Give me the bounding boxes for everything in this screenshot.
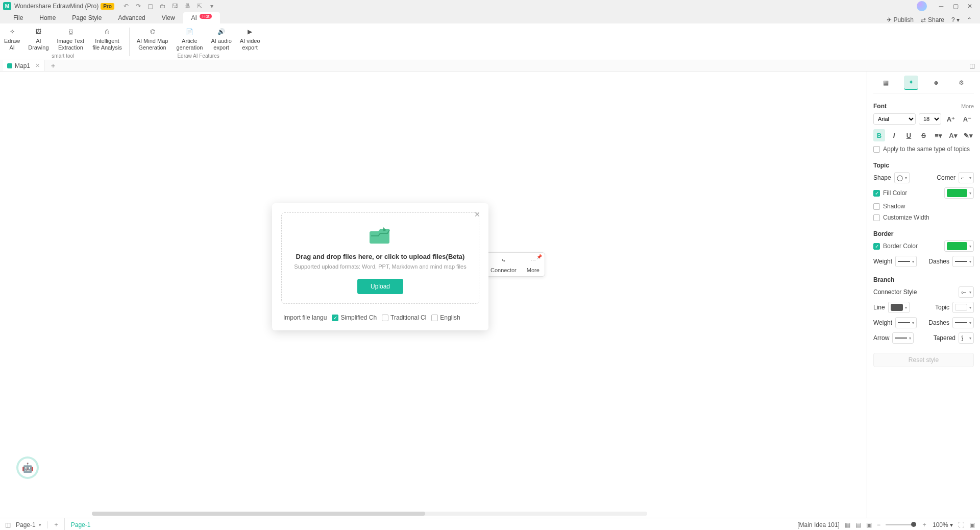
app-title: Wondershare EdrawMind (Pro) [14,3,99,10]
branch-arrow-select[interactable]: ▾ [892,332,914,344]
panel-tab-icon[interactable]: ☻ [929,76,943,90]
canvas[interactable]: ⤷ Connector 📌 ⋯ More ✕ Drag and drop fil… [0,71,867,518]
tool-ai-drawing[interactable]: 🖼AI Drawing [24,26,53,52]
tab-icon [7,63,12,68]
tool-intelligent-file-analysis[interactable]: ⎙Intelligent file Analysis [88,26,126,52]
horizontal-scrollbar[interactable] [92,512,647,516]
connector-style-select[interactable]: ⟜▾ [959,286,974,298]
publish-button[interactable]: ✈Publish [887,16,914,23]
border-dashes-select[interactable]: ▾ [952,256,974,267]
toggle-right-panel-button[interactable]: ◫ [964,62,980,69]
menu-advanced[interactable]: Advanced [110,12,153,23]
fit-page-button[interactable]: ▣ [969,521,975,528]
add-page-button[interactable]: ＋ [53,520,59,529]
menu-view[interactable]: View [154,12,183,23]
tool-ai-video-export[interactable]: ▶AI video export [236,26,264,52]
modal-close-button[interactable]: ✕ [474,210,480,219]
undo-icon[interactable]: ↶ [122,3,130,10]
fill-color-picker[interactable]: ▾ [944,187,974,199]
save-icon[interactable]: 🖫 [172,3,179,10]
font-more[interactable]: More [961,103,974,109]
help-button[interactable]: ? ▾ [951,16,960,23]
border-weight-select[interactable]: ▾ [895,256,917,267]
menu-page-style[interactable]: Page Style [64,12,110,23]
floating-toolbar: ⤷ Connector 📌 ⋯ More [485,252,545,277]
menu-file[interactable]: File [5,12,31,23]
zoom-value[interactable]: 100% ▾ [933,521,953,528]
shadow-checkbox[interactable]: Shadow [873,203,974,210]
page-tab[interactable]: Page-1 [64,518,97,530]
branch-dashes-select[interactable]: ▾ [952,317,974,328]
branch-topic-color[interactable]: ▾ [952,302,974,313]
branch-line-color[interactable]: ▾ [888,302,910,313]
strikethrough-button[interactable]: S [918,129,929,141]
new-icon[interactable]: ▢ [147,3,154,10]
border-color-checkbox[interactable]: ✓ [873,243,880,250]
tool-ai-mindmap-generation[interactable]: ⌬AI Mind Map Generation [133,26,173,52]
view-mode-3-icon[interactable]: ▣ [866,521,872,528]
fill-color-checkbox[interactable]: ✓ [873,190,880,197]
zoom-out-button[interactable]: − [877,521,880,528]
tool-edraw-ai[interactable]: ✧Edraw AI [0,26,24,52]
shape-select[interactable]: ◯▾ [894,172,910,183]
panel-tab-style[interactable]: ▦ [879,76,893,90]
minimize-button[interactable]: ─ [934,3,948,10]
menubar: File Home Page Style Advanced View AI Ho… [0,12,980,23]
reset-style-button[interactable]: Reset style [873,353,974,367]
fullscreen-button[interactable]: ⛶ [958,521,964,528]
panel-tab-format[interactable]: ✦ [904,76,918,90]
upload-button[interactable]: Upload [357,279,403,294]
float-more[interactable]: 📌 ⋯ More [522,253,545,276]
qat-dropdown-icon[interactable]: ▾ [208,3,215,10]
tool-ai-audio-export[interactable]: 🔊AI audio export [207,26,235,52]
redo-icon[interactable]: ↷ [135,3,142,10]
customize-width-checkbox[interactable]: Customize Width [873,214,974,221]
lang-traditional-chinese[interactable]: Traditional Cl [382,314,426,321]
italic-button[interactable]: I [888,129,900,141]
float-connector[interactable]: ⤷ Connector [485,253,522,276]
outline-toggle-icon[interactable]: ◫ [5,521,11,528]
highlight-button[interactable]: ✎▾ [962,129,974,141]
lang-simplified-chinese[interactable]: ✓Simplified Ch [332,314,377,321]
view-mode-1-icon[interactable]: ▦ [845,521,850,528]
tool-article-generation[interactable]: 📄Article generation [172,26,207,52]
print-icon[interactable]: 🖶 [184,3,191,10]
border-color-picker[interactable]: ▾ [944,240,974,252]
tab-close-icon[interactable]: ✕ [35,62,40,69]
menu-home[interactable]: Home [31,12,64,23]
share-button[interactable]: ⇄Share [921,16,944,23]
add-tab-button[interactable]: ＋ [44,61,62,70]
tab-map1[interactable]: Map1 ✕ [3,60,44,71]
close-button[interactable]: ✕ [963,3,977,10]
menu-ai-label: AI [191,14,197,21]
page-dropdown[interactable]: Page-1▾ [16,521,48,528]
zoom-in-button[interactable]: ＋ [921,520,927,529]
font-size-select[interactable]: 18 [919,113,941,125]
ribbon-separator [129,28,130,56]
user-avatar[interactable] [917,1,927,11]
collapse-ribbon-button[interactable]: ⌃ [967,16,972,23]
panel-tab-settings[interactable]: ⚙ [954,76,968,90]
font-color-button[interactable]: A▾ [947,129,959,141]
tool-image-text-extraction[interactable]: ⌼Image Text Extraction [53,26,89,52]
maximize-button[interactable]: ▢ [948,3,963,10]
branch-weight-select[interactable]: ▾ [895,317,917,328]
view-mode-2-icon[interactable]: ▤ [855,521,861,528]
font-family-select[interactable]: Arial [873,113,916,125]
underline-button[interactable]: U [903,129,915,141]
border-color-row: ✓ Border Color ▾ [873,240,974,252]
lang-english[interactable]: English [431,314,460,321]
ai-assistant-button[interactable]: 🤖 [18,459,37,477]
zoom-slider[interactable] [886,524,916,525]
font-decrease-button[interactable]: A⁻ [961,113,974,125]
align-button[interactable]: ≡▾ [933,129,944,141]
open-icon[interactable]: 🗀 [159,3,166,10]
bold-button[interactable]: B [873,129,885,141]
menu-ai[interactable]: AI Hot [183,12,220,23]
font-increase-button[interactable]: A⁺ [944,113,958,125]
export-icon[interactable]: ⇱ [196,3,203,10]
branch-tapered-select[interactable]: ⟆▾ [959,332,974,344]
apply-same-type-checkbox[interactable]: Apply to the same type of topics [873,146,974,153]
corner-select[interactable]: ⌐▾ [959,172,974,183]
dropzone[interactable]: Drag and drop files here, or click to up… [281,212,479,304]
